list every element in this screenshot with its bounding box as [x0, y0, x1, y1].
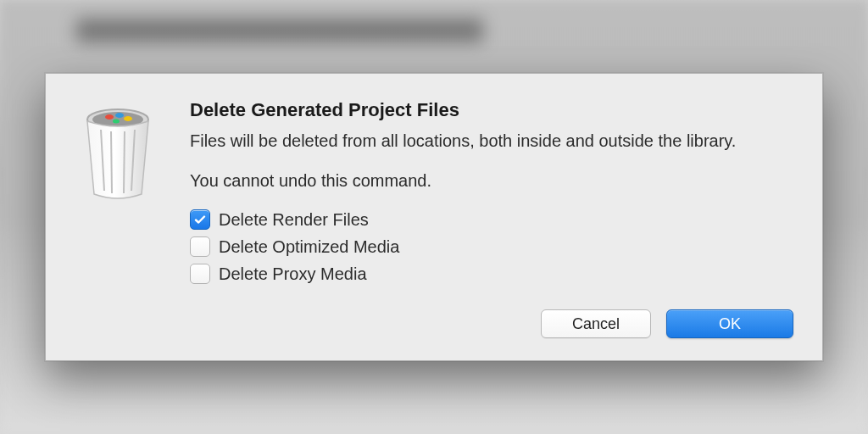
dialog-title: Delete Generated Project Files — [190, 99, 793, 121]
dialog-warning: You cannot undo this command. — [190, 171, 793, 191]
option-label: Delete Optimized Media — [219, 237, 399, 257]
svg-point-2 — [105, 114, 114, 120]
svg-point-4 — [124, 116, 132, 121]
option-delete-render-files[interactable]: Delete Render Files — [190, 209, 793, 230]
delete-files-dialog: Delete Generated Project Files Files wil… — [45, 73, 823, 361]
ok-button[interactable]: OK — [666, 309, 793, 338]
option-label: Delete Render Files — [219, 210, 369, 230]
dialog-buttons: Cancel OK — [190, 309, 793, 338]
checkbox-delete-render-files[interactable] — [190, 209, 210, 230]
svg-line-7 — [111, 131, 112, 193]
svg-point-5 — [113, 120, 120, 124]
svg-point-3 — [115, 113, 124, 118]
dialog-content: Delete Generated Project Files Files wil… — [190, 99, 793, 338]
cancel-button[interactable]: Cancel — [541, 309, 651, 338]
checkbox-delete-proxy-media[interactable] — [190, 264, 210, 284]
option-delete-optimized-media[interactable]: Delete Optimized Media — [190, 236, 793, 257]
svg-line-8 — [124, 131, 125, 193]
dialog-description: Files will be deleted from all locations… — [190, 130, 793, 153]
options-group: Delete Render Files Delete Optimized Med… — [190, 209, 793, 284]
background-blur-title — [76, 19, 483, 42]
option-label: Delete Proxy Media — [219, 264, 367, 284]
dialog-icon-column — [71, 99, 164, 338]
option-delete-proxy-media[interactable]: Delete Proxy Media — [190, 264, 793, 284]
trash-icon — [75, 103, 160, 338]
checkbox-delete-optimized-media[interactable] — [190, 236, 210, 257]
